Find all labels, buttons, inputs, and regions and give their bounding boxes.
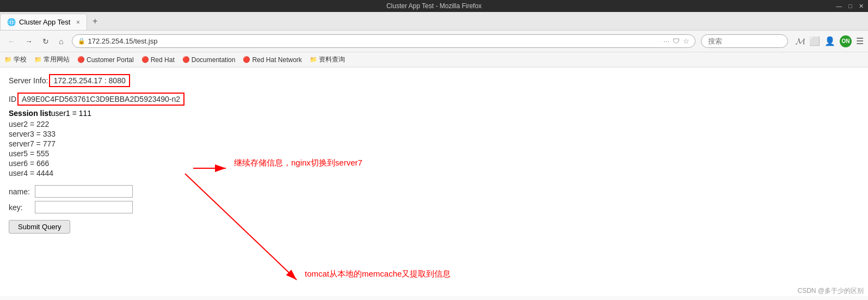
bookmark-data-search[interactable]: 📁 资料查询	[310, 55, 345, 64]
annotation-text-2: tomcat从本地的memcache又提取到信息	[305, 269, 451, 279]
reload-btn[interactable]: ↻	[39, 35, 52, 48]
id-value: A99E0C4FD563761C3D9EBBA2D5923490-n2	[17, 93, 184, 106]
key-row: key:	[9, 201, 859, 213]
session-list-header: Session listuser1 = 111	[9, 109, 859, 118]
bookmark-label: Documentation	[192, 56, 236, 64]
page-content: Server Info: 172.25.254.17 : 8080 ID A99…	[0, 68, 868, 296]
bookmark-label: Customer Portal	[87, 56, 134, 64]
bookmark-redhat-network[interactable]: 🔴 Red Hat Network	[243, 56, 301, 64]
watermark: CSDN @多于少的区别	[797, 286, 864, 296]
profile-badge[interactable]: ON	[840, 35, 852, 47]
maximize-btn[interactable]: □	[848, 3, 852, 10]
server-info-line: Server Info: 172.25.254.17 : 8080	[9, 74, 859, 87]
bookmark-label: 资料查询	[319, 55, 345, 64]
form-section: name: key: Submit Query	[9, 185, 859, 234]
active-tab[interactable]: 🌐 Cluster App Test ×	[0, 14, 87, 30]
bookmark-documentation[interactable]: 🔴 Documentation	[182, 56, 236, 64]
collections-icon[interactable]: 𝓜	[796, 36, 805, 46]
more-icon[interactable]: ···	[663, 37, 669, 45]
name-label: name:	[9, 187, 35, 196]
key-label: key:	[9, 203, 35, 212]
server-info-label: Server Info:	[9, 76, 48, 85]
titlebar: Cluster App Test - Mozilla Firefox — □ ✕	[0, 0, 868, 12]
redhat-icon: 🔴	[77, 56, 85, 63]
window-title: Cluster App Test - Mozilla Firefox	[386, 2, 482, 10]
name-input[interactable]	[35, 185, 133, 198]
name-row: name:	[9, 185, 859, 198]
session-item-5: user6 = 666	[9, 159, 859, 168]
bookmarks-bar: 📁 学校 📁 常用网站 🔴 Customer Portal 🔴 Red Hat …	[0, 52, 868, 68]
session-list-label: Session list	[9, 109, 51, 118]
forward-btn[interactable]: →	[22, 35, 36, 48]
search-input[interactable]	[701, 34, 788, 48]
bookmark-label: Red Hat	[151, 56, 175, 64]
home-btn[interactable]: ⌂	[56, 35, 66, 48]
session-item-1: user2 = 222	[9, 120, 859, 128]
tab-close-btn[interactable]: ×	[76, 19, 80, 26]
tab-favicon: 🌐	[7, 18, 16, 26]
session-item-3: server7 = 777	[9, 139, 859, 148]
window-controls[interactable]: — □ ✕	[836, 3, 864, 10]
folder-icon: 📁	[34, 56, 42, 63]
submit-button[interactable]: Submit Query	[9, 220, 70, 234]
account-icon[interactable]: 👤	[824, 36, 835, 46]
redhat-icon: 🔴	[141, 56, 149, 63]
tabbar: 🌐 Cluster App Test × +	[0, 12, 868, 30]
redhat-icon: 🔴	[182, 56, 190, 63]
address-bar-icons: ··· 🛡 ☆	[663, 37, 690, 45]
close-btn[interactable]: ✕	[859, 3, 864, 10]
session-item-2: server3 = 333	[9, 130, 859, 138]
key-input[interactable]	[35, 201, 133, 213]
secure-icon: 🔒	[78, 38, 85, 45]
bookmark-customer-portal[interactable]: 🔴 Customer Portal	[77, 56, 134, 64]
id-line: ID A99E0C4FD563761C3D9EBBA2D5923490-n2	[9, 93, 859, 106]
bookmark-label: Red Hat Network	[252, 56, 301, 64]
session-item-6: user4 = 4444	[9, 169, 859, 177]
id-label: ID	[9, 95, 16, 103]
url-text: 172.25.254.15/test.jsp	[88, 37, 663, 45]
menu-icon[interactable]: ☰	[856, 36, 864, 46]
new-tab-btn[interactable]: +	[87, 13, 103, 29]
bookmark-redhat[interactable]: 🔴 Red Hat	[141, 56, 175, 64]
bookmark-icon[interactable]: ☆	[683, 37, 690, 45]
redhat-icon: 🔴	[243, 56, 250, 63]
shield-icon[interactable]: 🛡	[673, 37, 680, 45]
session-item-0: user1 = 111	[51, 109, 91, 118]
address-bar[interactable]: 🔒 172.25.254.15/test.jsp ··· 🛡 ☆	[72, 34, 695, 48]
bookmark-common[interactable]: 📁 常用网站	[34, 55, 70, 64]
session-item-4: user5 = 555	[9, 149, 859, 158]
minimize-btn[interactable]: —	[836, 3, 842, 10]
bookmark-label: 常用网站	[44, 55, 70, 64]
navbar: ← → ↻ ⌂ 🔒 172.25.254.15/test.jsp ··· 🛡 ☆…	[0, 30, 868, 52]
back-btn[interactable]: ←	[4, 35, 19, 48]
tab-view-icon[interactable]: ⬜	[809, 36, 820, 46]
bookmark-school[interactable]: 📁 学校	[4, 55, 27, 64]
folder-icon: 📁	[4, 56, 12, 63]
nav-right-icons: 𝓜 ⬜ 👤 ON ☰	[796, 35, 864, 47]
bookmark-label: 学校	[14, 55, 27, 64]
server-info-value: 172.25.254.17 : 8080	[49, 74, 130, 87]
tab-label: Cluster App Test	[19, 18, 70, 26]
folder-icon: 📁	[310, 56, 317, 63]
